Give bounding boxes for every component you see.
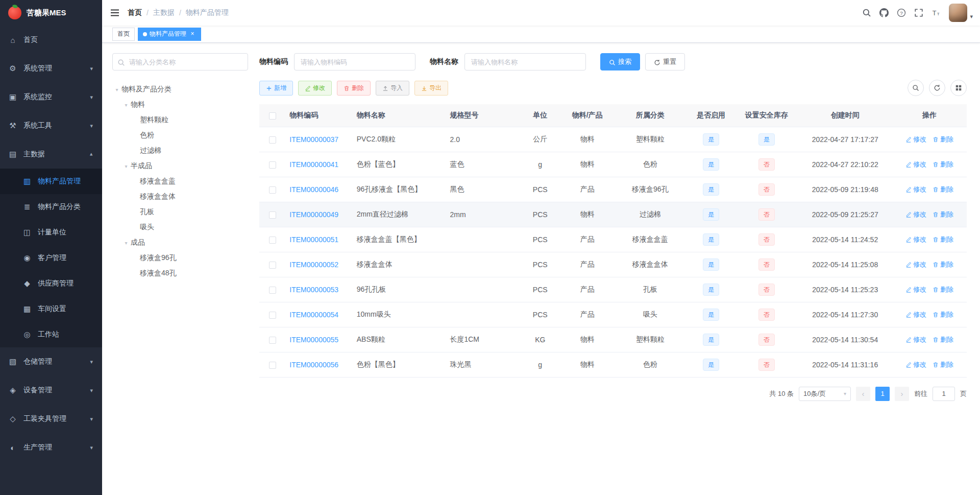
- enabled-tag[interactable]: 是: [703, 334, 719, 346]
- sidebar-item-workshop[interactable]: ▦车间设置: [0, 296, 102, 322]
- row-checkbox[interactable]: [269, 287, 276, 294]
- row-edit-button[interactable]: 修改: [905, 285, 926, 294]
- sidebar-item-gear[interactable]: ⚙系统管理▾: [0, 54, 102, 83]
- row-edit-button[interactable]: 修改: [905, 210, 926, 219]
- sidebar-toggle-icon[interactable]: [102, 0, 128, 26]
- row-checkbox[interactable]: [269, 186, 276, 194]
- tree-node[interactable]: 移液盒96孔: [112, 250, 248, 266]
- material-code-link[interactable]: ITEM00000053: [289, 286, 338, 294]
- sidebar-item-home[interactable]: ⌂首页: [0, 26, 102, 54]
- close-icon[interactable]: ×: [189, 31, 196, 38]
- delete-button[interactable]: 删除: [337, 81, 371, 96]
- row-edit-button[interactable]: 修改: [905, 135, 926, 144]
- row-checkbox[interactable]: [269, 337, 276, 344]
- enabled-tag[interactable]: 是: [703, 133, 719, 146]
- sidebar-item-production[interactable]: ◐生产管理▾: [0, 433, 102, 462]
- sidebar-item-material-manage[interactable]: ▥物料产品管理: [0, 169, 102, 194]
- next-page-button[interactable]: ›: [895, 387, 909, 401]
- tree-node[interactable]: 移液盒盒盖: [112, 174, 248, 189]
- caret-down-icon[interactable]: ▾: [112, 87, 121, 92]
- tab-物料产品管理[interactable]: 物料产品管理×: [138, 28, 201, 41]
- tree-node[interactable]: 过滤棉: [112, 143, 248, 158]
- row-delete-button[interactable]: 删除: [933, 360, 953, 369]
- enabled-tag[interactable]: 是: [703, 233, 719, 246]
- enabled-tag[interactable]: 是: [703, 309, 719, 321]
- code-filter-input[interactable]: [294, 53, 415, 70]
- row-edit-button[interactable]: 修改: [905, 185, 926, 194]
- fullscreen-icon[interactable]: [910, 0, 927, 26]
- row-delete-button[interactable]: 删除: [933, 310, 953, 319]
- export-button[interactable]: 导出: [414, 81, 448, 96]
- sidebar-item-customer[interactable]: ◉客户管理: [0, 245, 102, 271]
- row-delete-button[interactable]: 删除: [933, 235, 953, 244]
- table-row[interactable]: ITEM00000037PVC2.0颗粒2.0公斤物料塑料颗粒是是2022-04…: [259, 127, 967, 152]
- tree-node[interactable]: 孔板: [112, 204, 248, 220]
- row-edit-button[interactable]: 修改: [905, 310, 926, 319]
- safety-stock-tag[interactable]: 否: [758, 309, 775, 321]
- user-menu[interactable]: ▾: [949, 4, 973, 22]
- material-code-link[interactable]: ITEM00000052: [289, 261, 338, 269]
- row-delete-button[interactable]: 删除: [933, 335, 953, 344]
- row-checkbox[interactable]: [269, 262, 276, 269]
- table-row[interactable]: ITEM00000052移液盒盒体PCS产品移液盒盒体是否2022-05-14 …: [259, 252, 967, 277]
- tree-node[interactable]: ▾半成品: [112, 158, 248, 174]
- enabled-tag[interactable]: 是: [703, 284, 719, 296]
- material-code-link[interactable]: ITEM00000055: [289, 336, 338, 344]
- row-delete-button[interactable]: 删除: [933, 260, 953, 269]
- row-edit-button[interactable]: 修改: [905, 235, 926, 244]
- toggle-search-button[interactable]: [908, 80, 924, 96]
- row-checkbox[interactable]: [269, 211, 276, 219]
- safety-stock-tag[interactable]: 否: [758, 258, 775, 271]
- help-icon[interactable]: ?: [893, 0, 910, 26]
- table-row[interactable]: ITEM000000492mm直径过滤棉2mmPCS物料过滤棉是否2022-05…: [259, 202, 967, 227]
- caret-down-icon[interactable]: ▾: [121, 102, 131, 108]
- row-delete-button[interactable]: 删除: [933, 210, 953, 219]
- page-size-select[interactable]: 10条/页 ▾: [799, 387, 851, 401]
- page-number-button[interactable]: 1: [875, 387, 890, 401]
- material-code-link[interactable]: ITEM00000051: [289, 235, 338, 244]
- sidebar-item-workstation[interactable]: ◎工作站: [0, 322, 102, 347]
- tree-node[interactable]: 移液盒盒体: [112, 189, 248, 204]
- tree-node[interactable]: 色粉: [112, 128, 248, 143]
- github-icon[interactable]: [875, 0, 893, 26]
- sidebar-item-fixture[interactable]: ◇工装夹具管理▾: [0, 405, 102, 433]
- row-checkbox[interactable]: [269, 312, 276, 319]
- enabled-tag[interactable]: 是: [703, 158, 719, 171]
- material-code-link[interactable]: ITEM00000054: [289, 311, 338, 319]
- material-code-link[interactable]: ITEM00000041: [289, 160, 338, 169]
- safety-stock-tag[interactable]: 否: [758, 208, 775, 221]
- enabled-tag[interactable]: 是: [703, 359, 719, 371]
- row-edit-button[interactable]: 修改: [905, 260, 926, 269]
- tree-node[interactable]: 吸头: [112, 220, 248, 235]
- row-checkbox[interactable]: [269, 362, 276, 369]
- tree-node[interactable]: 移液盒48孔: [112, 266, 248, 281]
- search-icon[interactable]: [858, 0, 875, 26]
- row-checkbox[interactable]: [269, 136, 276, 144]
- sidebar-item-material-category[interactable]: ≣物料产品分类: [0, 194, 102, 220]
- row-checkbox[interactable]: [269, 237, 276, 244]
- row-delete-button[interactable]: 删除: [933, 160, 953, 169]
- sidebar-item-warehouse[interactable]: ▧仓储管理▾: [0, 347, 102, 376]
- sidebar-item-monitor[interactable]: ▣系统监控▾: [0, 83, 102, 111]
- search-button[interactable]: 搜索: [600, 53, 640, 70]
- enabled-tag[interactable]: 是: [703, 208, 719, 221]
- tab-首页[interactable]: 首页: [112, 28, 135, 41]
- reset-button[interactable]: 重置: [645, 53, 685, 70]
- name-filter-input[interactable]: [464, 53, 586, 70]
- safety-stock-tag[interactable]: 否: [758, 284, 775, 296]
- tree-node[interactable]: ▾物料及产品分类: [112, 82, 248, 97]
- breadcrumb-item[interactable]: 首页: [128, 8, 142, 17]
- table-row[interactable]: ITEM0000005410mm吸头PCS产品吸头是否2022-05-14 11…: [259, 302, 967, 327]
- row-delete-button[interactable]: 删除: [933, 135, 953, 144]
- refresh-button[interactable]: [929, 80, 945, 96]
- goto-page-input[interactable]: [933, 387, 955, 401]
- row-edit-button[interactable]: 修改: [905, 360, 926, 369]
- material-code-link[interactable]: ITEM00000049: [289, 210, 338, 219]
- table-row[interactable]: ITEM00000055ABS颗粒长度1CMKG物料塑料颗粒是否2022-05-…: [259, 327, 967, 352]
- safety-stock-tag[interactable]: 否: [758, 233, 775, 246]
- table-row[interactable]: ITEM00000056色粉【黑色】珠光黑g物料色粉是否2022-05-14 1…: [259, 352, 967, 377]
- edit-button[interactable]: 修改: [298, 81, 332, 96]
- enabled-tag[interactable]: 是: [703, 183, 719, 196]
- tree-node[interactable]: 塑料颗粒: [112, 112, 248, 128]
- prev-page-button[interactable]: ‹: [856, 387, 870, 401]
